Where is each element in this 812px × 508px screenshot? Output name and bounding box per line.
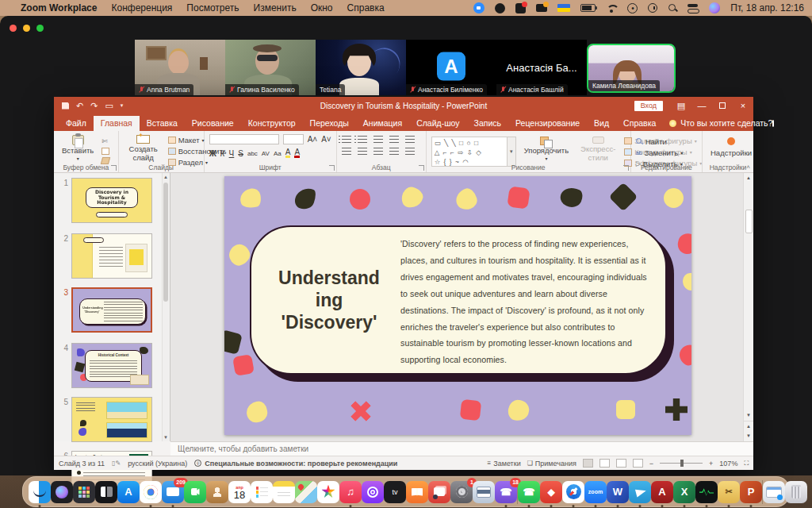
dock-icon-calendar[interactable]: апр18 (228, 481, 251, 503)
zoom-in-button[interactable]: + (709, 460, 713, 468)
spell-check-icon[interactable]: ▯✎ (112, 460, 121, 467)
undo-icon[interactable]: ↶ (76, 101, 83, 111)
close-button[interactable]: × (733, 101, 753, 110)
menu-item-4[interactable]: Окно (311, 2, 333, 13)
collapse-ribbon-icon[interactable]: ˄ (746, 164, 750, 171)
text-shadow-button[interactable]: abc (247, 150, 258, 157)
language-indicator[interactable]: русский (Украина) (128, 460, 187, 468)
spotlight-status-icon[interactable] (668, 3, 677, 13)
restore-button[interactable] (712, 101, 733, 110)
menu-item-1[interactable]: Конференция (111, 2, 172, 13)
bold-button[interactable]: Ж (209, 149, 216, 158)
increase-indent-icon[interactable] (389, 136, 399, 143)
tell-me-box[interactable]: Что вы хотите сделать? (669, 118, 772, 131)
notes-pane[interactable]: Щелкните, чтобы добавить заметки (170, 441, 753, 456)
window-minimize-button[interactable] (23, 25, 30, 32)
active-app-name[interactable]: Zoom Workplace (21, 2, 97, 13)
dock-icon-mail[interactable]: 209 (162, 481, 184, 503)
ribbon-tab-главная[interactable]: Главная (94, 116, 140, 131)
prev-next-slide-buttons[interactable]: ▲▼ (744, 421, 753, 441)
numbering-icon[interactable] (358, 136, 367, 143)
accessibility-checker[interactable]: ☥ Специальные возможности: проверьте рек… (194, 460, 397, 468)
start-slideshow-icon[interactable]: ▭ (105, 101, 113, 111)
scroll-down-icon[interactable]: ▼ (744, 410, 753, 420)
ribbon-tab-конструктор[interactable]: Конструктор (241, 116, 303, 131)
participant-tile-4[interactable]: AАнастасія Биліменко (406, 40, 496, 95)
arrange-button[interactable]: Упорядочить▾ (521, 134, 573, 163)
dock-icon-reddiamond[interactable]: ◆ (540, 481, 562, 503)
menu-bar-clock[interactable]: Пт, 18 апр. 12:16 (730, 2, 804, 13)
paragraph-dialog-launcher[interactable] (419, 165, 424, 171)
shapes-gallery[interactable]: ▭ ╲ ╲ □ ○ □△ ⌐ ⌐ ⇨ ⇩ ◇☆ { } ~ ◠ (431, 137, 508, 167)
ribbon-display-options-button[interactable]: ▤ (671, 101, 691, 111)
menu-item-2[interactable]: Посмотреть (186, 2, 239, 13)
dock-icon-safari[interactable] (562, 481, 584, 503)
dock-icon-settings[interactable]: 1 (450, 481, 473, 503)
decrease-font-icon[interactable]: A˅ (321, 135, 331, 144)
character-spacing-button[interactable]: AV (262, 150, 270, 157)
dock-icon-minwin[interactable] (763, 481, 785, 503)
slide-thumbnail-1[interactable]: 1 Discovery in Tourism & Hospitality (59, 178, 152, 223)
shapes-gallery-more-button[interactable]: ▾ (508, 137, 516, 167)
panel-scroll-up-icon[interactable]: ▲ (163, 173, 169, 181)
dock-icon-contacts[interactable] (206, 481, 228, 503)
strikethrough-button[interactable]: S (238, 149, 243, 158)
underline-button[interactable]: Ч (229, 149, 235, 158)
addins-button[interactable]: Надстройки (707, 134, 755, 163)
participant-tile-5[interactable]: Анастасія Ба...Анастасія Башлій (496, 40, 587, 95)
zoom-slider-handle[interactable] (680, 460, 684, 467)
flag-status-icon[interactable] (557, 4, 570, 12)
find-button[interactable]: Найти (636, 137, 684, 146)
dock-icon-reminders[interactable] (251, 481, 273, 503)
battery-status-icon[interactable] (580, 4, 596, 12)
wifi-status-icon[interactable] (606, 4, 617, 13)
dock-icon-notes[interactable] (273, 481, 295, 503)
cut-button[interactable]: ✄ (102, 137, 109, 145)
slide-canvas[interactable]: Understanding'Discovery' 'Discovery' ref… (224, 176, 691, 435)
editor-scrollbar[interactable]: ▲ ▼ ▲▼ (743, 173, 753, 441)
ribbon-tab-справка[interactable]: Справка (616, 116, 663, 131)
fit-slide-to-window-button[interactable]: ⛶ (744, 460, 749, 468)
ribbon-tab-переходы[interactable]: Переходы (303, 116, 356, 131)
dock-icon-podcasts[interactable] (362, 481, 384, 503)
font-color-button[interactable]: А (294, 148, 300, 158)
dock-icon-finder[interactable] (29, 481, 51, 503)
scrollbar-thumb[interactable] (745, 210, 753, 233)
ribbon-tab-запись[interactable]: Запись (467, 116, 508, 131)
dock-icon-trash[interactable] (785, 481, 807, 503)
dock-icon-acrobat[interactable]: A (651, 481, 673, 503)
line-spacing-icon[interactable] (405, 136, 415, 143)
dock-icon-excel[interactable]: X (673, 481, 695, 503)
slide-body-textbox[interactable]: 'Discovery' refers to the process of fin… (400, 236, 656, 368)
align-left-icon[interactable] (342, 148, 351, 155)
ribbon-tab-файл[interactable]: Файл (59, 116, 94, 131)
slide-thumbnail-5[interactable]: 5 (59, 397, 152, 442)
notes-toggle-button[interactable]: ≡Заметки (488, 460, 521, 468)
menu-item-3[interactable]: Изменить (254, 2, 297, 13)
zoom-status-icon[interactable] (473, 2, 485, 13)
window-zoom-button[interactable] (36, 25, 44, 32)
ribbon-tab-вид[interactable]: Вид (587, 116, 616, 131)
clipboard-dialog-launcher[interactable] (111, 165, 117, 171)
phone-status-icon[interactable] (515, 3, 526, 13)
zoom-slider[interactable] (660, 463, 703, 464)
dock-icon-photos[interactable] (317, 481, 339, 503)
dock-icon-books[interactable] (406, 481, 428, 503)
align-center-icon[interactable] (358, 148, 367, 155)
participant-tile-6[interactable]: Камила Леванидова (587, 44, 676, 93)
font-dialog-launcher[interactable] (329, 165, 335, 171)
ribbon-tab-вставка[interactable]: Вставка (140, 116, 185, 131)
copy-button[interactable] (102, 148, 109, 155)
drawing-dialog-launcher[interactable] (623, 165, 629, 171)
quick-styles-button[interactable]: Экспресс-стили (576, 134, 619, 163)
window-close-button[interactable] (10, 25, 17, 32)
save-icon[interactable] (62, 102, 69, 110)
replace-button[interactable]: abЗаменить▾ (636, 148, 684, 157)
reading-view-button[interactable] (616, 459, 626, 468)
dock-icon-facetime[interactable] (184, 481, 206, 503)
font-size-box[interactable] (283, 134, 304, 144)
dock-icon-tiles[interactable] (95, 481, 117, 503)
columns-icon[interactable] (405, 148, 415, 155)
zoom-out-button[interactable]: − (649, 460, 653, 468)
paste-button[interactable]: Вставить▾ (59, 134, 97, 163)
